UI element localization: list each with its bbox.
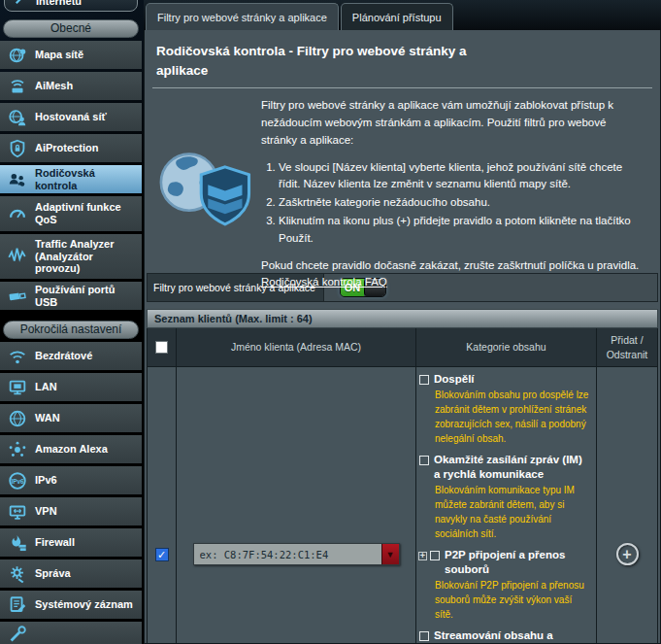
flame-icon [7,532,28,554]
alexa-icon [7,439,28,460]
category-im: Okamžité zasílání zpráv (IM) a rychlá ko… [419,453,590,541]
tree-expand-icon[interactable]: + [418,552,427,560]
tools-icon [7,624,28,644]
sidebar-item-label: Systémový záznam [35,598,133,611]
tab-bar: Filtry pro webové stránky a aplikace Plá… [144,0,661,30]
sidebar-item-firewall[interactable]: Firewall [0,528,142,557]
column-add-remove: Přidat / Odstranit [597,328,657,367]
sidebar-item-parental-control[interactable]: Rodičovská kontrola [0,165,142,193]
category-label: Okamžité zasílání zpráv (IM) a rychlá ko… [434,453,590,482]
sidebar-item-aiprotection[interactable]: AiProtection [0,134,142,162]
shield-lock-icon [7,138,28,159]
gauge-icon [7,203,28,224]
sidebar-item-label: VPN [35,505,57,518]
sidebar-item-label: WAN [35,412,60,424]
sidebar-item-label: LAN [35,381,57,393]
content-categories-cell: Dospělí Blokováním obsahu pro dospělé lz… [416,367,597,644]
sidebar: Internetu Obecné Mapa sítě AiMesh Hostov… [0,0,144,644]
network-map-icon [7,45,28,66]
table-entry-row: ✓ ▼ Dospělí Blokováním obsahu pro dospěl… [148,367,657,644]
lan-icon [7,377,28,398]
waveform-icon [7,246,28,267]
add-rule-button[interactable]: + [616,543,639,565]
category-streaming-checkbox[interactable] [419,631,429,641]
sidebar-item-label: Hostovaná síť [35,111,107,123]
router-admin-page: Internetu Obecné Mapa sítě AiMesh Hostov… [0,0,661,644]
log-icon [7,594,28,616]
quick-internet-setup-button[interactable]: Internetu [4,0,138,12]
step-1: Ve sloupci [Název klienta] vyberte klien… [279,159,644,194]
vpn-icon [7,501,28,523]
step-2: Zaškrtněte kategorie nežádoucího obsahu. [279,194,644,212]
sidebar-item-vpn[interactable]: VPN [0,497,142,525]
main-area: Filtry pro webové stránky a aplikace Plá… [144,0,661,644]
gear-icon [7,563,28,585]
usb-icon [7,286,28,307]
select-all-checkbox[interactable] [155,341,168,354]
category-adult: Dospělí Blokováním obsahu pro dospělé lz… [419,372,590,446]
quick-internet-setup-label: Internetu [36,0,82,7]
faq-link[interactable]: Rodičovská kontrola FAQ [261,276,387,288]
client-name-cell: ▼ [177,367,416,644]
client-mac-combobox: ▼ [193,543,400,565]
category-label: P2P připojení a přenos souborů [445,548,590,577]
page-title: Rodičovská kontrola - Filtry pro webové … [145,30,533,87]
tab-web-app-filters[interactable]: Filtry pro webové stránky a aplikace [146,3,339,30]
sidebar-item-label: Bezdrátové [35,350,92,362]
sidebar-item-guest-network[interactable]: Hostovaná síť [0,103,142,131]
sidebar-item-label: AiMesh [35,80,73,92]
sidebar-item-usb[interactable]: Používání portů USB [0,282,142,310]
category-description: Blokováním obsahu pro dospělé lze zabrán… [435,388,590,446]
category-p2p-checkbox[interactable] [430,551,440,560]
sidebar-item-ipv6[interactable]: IPv6 [0,466,142,494]
rule-enabled-checkbox[interactable]: ✓ [155,548,169,561]
intro-text: Filtry pro webové stránky a aplikace vám… [261,97,644,149]
client-dropdown-button[interactable]: ▼ [381,544,399,564]
globe-icon [7,408,28,429]
sidebar-item-qos[interactable]: Adaptivní funkce QoS [0,196,142,231]
client-mac-input[interactable] [194,544,381,564]
sidebar-item-partial[interactable] [0,622,142,644]
sidebar-item-label: Správa [35,567,71,580]
section-title-general: Obecné [3,19,139,38]
category-label: Dospělí [434,372,475,387]
sidebar-item-label: Rodičovská kontrola [35,167,138,191]
sidebar-item-alexa[interactable]: Amazon Alexa [0,435,142,463]
sidebar-item-network-map[interactable]: Mapa sítě [0,41,142,69]
category-adult-checkbox[interactable] [419,375,429,385]
sidebar-item-label: Firewall [35,536,75,549]
add-remove-cell: + [597,367,657,644]
mesh-router-icon [7,76,28,97]
client-list-table: Jméno klienta (Adresa MAC) Kategorie obs… [147,328,658,644]
guest-network-icon [7,107,28,128]
sidebar-item-wan[interactable]: WAN [0,404,142,432]
category-description: Blokováním komunikace typu IM můžete zab… [435,483,590,541]
client-list-title: Seznam klientů (Max. limit : 64) [147,309,658,328]
sidebar-item-administration[interactable]: Správa [0,559,142,588]
sidebar-item-label: AiProtection [35,142,98,154]
globe-shield-icon [150,145,255,230]
description-block: Filtry pro webové stránky a aplikace vám… [145,88,660,271]
sidebar-item-aimesh[interactable]: AiMesh [0,72,142,100]
sidebar-item-label: Používání portů USB [35,284,138,308]
column-client-name: Jméno klienta (Adresa MAC) [177,328,416,367]
dropdown-arrow-icon: ▼ [386,550,395,559]
wrench-icon [13,0,30,7]
tab-access-scheduling[interactable]: Plánování přístupu [341,3,453,30]
sidebar-item-label: IPv6 [35,474,57,487]
sidebar-item-traffic-analyzer[interactable]: Traffic Analyzer (Analyzátor provozu) [0,234,142,279]
sidebar-item-wireless[interactable]: Bezdrátové [0,342,142,370]
instruction-steps: Ve sloupci [Název klienta] vyberte klien… [261,159,644,248]
rule-enabled-cell: ✓ [148,367,177,644]
category-im-checkbox[interactable] [419,456,429,465]
sidebar-item-label: Amazon Alexa [35,443,108,456]
section-title-advanced: Pokročilá nastavení [3,321,139,339]
column-content-category: Kategorie obsahu [416,328,597,367]
sidebar-item-lan[interactable]: LAN [0,373,142,401]
category-streaming: Streamování obsahu a multimediální zábav… [419,628,590,644]
content-panel: Rodičovská kontrola - Filtry pro webové … [144,30,661,644]
sidebar-item-label: Traffic Analyzer (Analyzátor provozu) [35,238,138,275]
category-description: Blokování P2P připojení a přenosu soubor… [435,578,590,622]
sidebar-item-system-log[interactable]: Systémový záznam [0,591,142,619]
wifi-icon [7,346,28,367]
